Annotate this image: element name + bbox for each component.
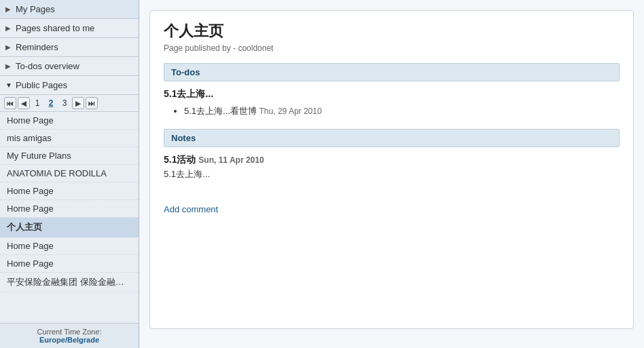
notes-container: 5.1活动 Sun, 11 Apr 20105.1去上海... [164, 154, 620, 180]
pagination-page-1[interactable]: 1 [31, 97, 43, 109]
reminders-label: Reminders [16, 42, 58, 52]
todo-item: 5.1去上海...看世博 Thu, 29 Apr 2010 [184, 104, 620, 119]
public-pages-list: Home Pagemis amigasMy Future PlansANATOM… [0, 112, 139, 323]
todo-group-title: 5.1去上海... [164, 88, 620, 100]
sidebar-page-item[interactable]: mis amigas [0, 130, 139, 147]
my-pages-label: My Pages [16, 4, 55, 14]
todos-overview-label: To-dos overview [16, 61, 79, 71]
sidebar-footer: Current Time Zone: Europe/Belgrade [0, 323, 139, 348]
public-pages-label: Public Pages [16, 80, 67, 90]
add-comment-link[interactable]: Add comment [164, 204, 218, 214]
timezone-label: Current Time Zone: [37, 328, 102, 336]
note-date: Sun, 11 Apr 2010 [198, 155, 264, 165]
pagination-page-2[interactable]: 2 [45, 97, 57, 109]
note-body: 5.1去上海... [164, 168, 620, 180]
my-pages-triangle: ▶ [5, 5, 12, 13]
sidebar-page-item[interactable]: 平安保险金融集团 保险金融代理：向麒 个人網頁 [0, 273, 139, 292]
todo-list: 5.1去上海...看世博 Thu, 29 Apr 2010 [184, 104, 620, 119]
todos-overview-section: ▶ To-dos overview [0, 57, 139, 76]
pagination-bar: ⏮ ◀ 1 2 3 ▶ ⏭ [0, 95, 139, 112]
sidebar-page-item[interactable]: Home Page [0, 255, 139, 273]
todo-date: Thu, 29 Apr 2010 [260, 107, 322, 116]
pagination-first[interactable]: ⏮ [4, 97, 16, 109]
my-pages-section: ▶ My Pages [0, 0, 139, 19]
main-content: 个人主页 Page published by - cooldonet To-do… [139, 0, 644, 348]
reminders-triangle: ▶ [5, 43, 12, 51]
sidebar-item-reminders[interactable]: ▶ Reminders [0, 38, 139, 56]
todos-overview-triangle: ▶ [5, 62, 12, 70]
todos-container: 5.1去上海...5.1去上海...看世博 Thu, 29 Apr 2010 [164, 88, 620, 119]
reminders-section: ▶ Reminders [0, 38, 139, 57]
page-subtitle: Page published by - cooldonet [164, 43, 620, 53]
pages-shared-label: Pages shared to me [16, 23, 94, 33]
pages-shared-section: ▶ Pages shared to me [0, 19, 139, 38]
pages-shared-triangle: ▶ [5, 24, 12, 32]
sidebar-item-todos-overview[interactable]: ▶ To-dos overview [0, 57, 139, 75]
page-title: 个人主页 [164, 21, 620, 41]
pagination-prev[interactable]: ◀ [18, 97, 30, 109]
sidebar-page-item[interactable]: 个人主页 [0, 218, 139, 237]
sidebar-page-item[interactable]: Home Page [0, 112, 139, 130]
public-pages-triangle: ▼ [5, 81, 12, 89]
notes-section-header: Notes [164, 129, 620, 147]
sidebar-page-item[interactable]: My Future Plans [0, 147, 139, 165]
timezone-value[interactable]: Europe/Belgrade [39, 336, 99, 344]
sidebar-page-item[interactable]: Home Page [0, 237, 139, 255]
sidebar-item-my-pages[interactable]: ▶ My Pages [0, 0, 139, 18]
todos-section-header: To-dos [164, 63, 620, 81]
pagination-last[interactable]: ⏭ [86, 97, 98, 109]
sidebar-page-item[interactable]: ANATOMIA DE RODILLA [0, 165, 139, 182]
sidebar-item-pages-shared[interactable]: ▶ Pages shared to me [0, 19, 139, 37]
public-pages-header[interactable]: ▼ Public Pages [0, 76, 139, 95]
note-title: 5.1活动 Sun, 11 Apr 2010 [164, 154, 620, 166]
pagination-next[interactable]: ▶ [72, 97, 84, 109]
sidebar-page-item[interactable]: Home Page [0, 200, 139, 218]
sidebar: ▶ My Pages ▶ Pages shared to me ▶ Remind… [0, 0, 139, 348]
pagination-page-3[interactable]: 3 [58, 97, 71, 109]
page-card: 个人主页 Page published by - cooldonet To-do… [149, 10, 634, 329]
sidebar-page-item[interactable]: Home Page [0, 182, 139, 200]
